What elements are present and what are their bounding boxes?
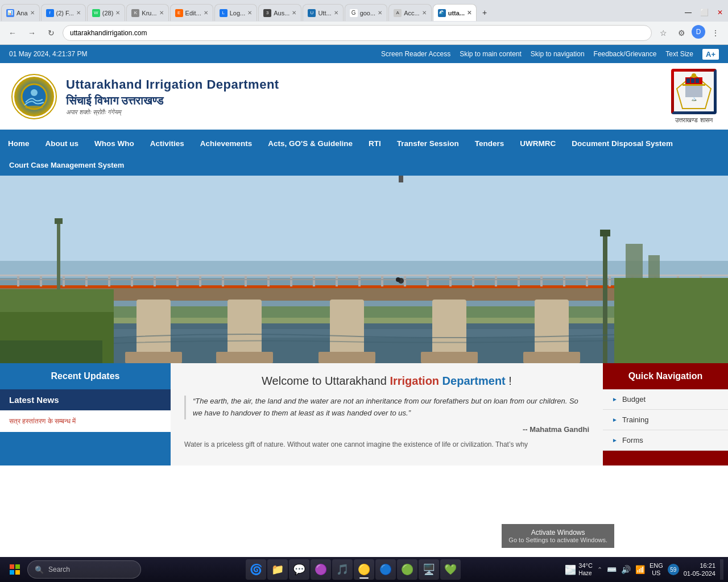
header-right: 🏔️ उत्तराखण्ड शासन	[671, 69, 717, 124]
tab-utt[interactable]: U Utt... ✕	[303, 4, 343, 21]
address-bar[interactable]	[63, 25, 652, 41]
svg-rect-29	[318, 352, 375, 363]
skip-main-link[interactable]: Skip to main content	[460, 50, 522, 58]
svg-rect-39	[176, 275, 179, 286]
nav-home[interactable]: Home	[0, 131, 38, 155]
nav-achievements[interactable]: Achievements	[192, 131, 260, 155]
hero-image	[0, 176, 728, 363]
profile-icon[interactable]: D	[692, 25, 705, 39]
tab-close-krut[interactable]: ✕	[159, 10, 164, 16]
nav-rti[interactable]: RTI	[361, 131, 389, 155]
svg-rect-31	[523, 352, 580, 363]
tab-favicon-google: G	[350, 9, 358, 17]
tab-bar: 📊 Ana ✕ f (2) F... ✕ W (28) ✕ K Kru... ✕…	[0, 0, 728, 22]
nav-activities[interactable]: Activities	[142, 131, 192, 155]
quick-nav-budget[interactable]: ► Budget	[603, 389, 728, 410]
svg-rect-34	[63, 275, 65, 286]
svg-rect-48	[381, 275, 383, 286]
tab-whatsapp[interactable]: W (28) ✕	[87, 4, 126, 21]
svg-rect-44	[290, 275, 292, 286]
svg-point-1	[31, 89, 38, 96]
tab-close-aus[interactable]: ✕	[292, 10, 296, 16]
tab-close-current[interactable]: ✕	[467, 10, 471, 16]
tab-close-edit[interactable]: ✕	[204, 10, 208, 16]
nav-bar: ← → ↻ ☆ ⚙ D ⋮	[0, 22, 728, 44]
maximize-button[interactable]: ⬜	[696, 5, 712, 20]
tab-current[interactable]: 🌊 utta... ✕	[433, 4, 477, 21]
nav-tenders[interactable]: Tenders	[467, 131, 512, 155]
tab-favicon-log: L	[220, 9, 228, 17]
tab-facebook[interactable]: f (2) F... ✕	[41, 4, 86, 21]
tab-close-facebook[interactable]: ✕	[76, 10, 81, 16]
tab-favicon-whatsapp: W	[92, 9, 100, 17]
svg-rect-69	[600, 230, 610, 236]
tab-krut[interactable]: K Kru... ✕	[126, 4, 168, 21]
utility-links: Screen Reader Access Skip to main conten…	[381, 49, 719, 60]
menu-icon[interactable]: ⋮	[708, 25, 723, 41]
tab-edit[interactable]: E Edit... ✕	[170, 4, 213, 21]
svg-point-0	[22, 84, 47, 109]
forward-button[interactable]: →	[24, 25, 40, 41]
nav-uwrmrc[interactable]: UWRMRC	[512, 131, 564, 155]
nav-icons: ☆ ⚙ D ⋮	[655, 25, 723, 41]
tab-favicon-utt: U	[308, 9, 316, 17]
bookmark-icon[interactable]: ☆	[655, 25, 671, 41]
minimize-button[interactable]: —	[680, 5, 696, 20]
quick-nav-forms[interactable]: ► Forms	[603, 430, 728, 451]
svg-rect-67	[614, 278, 728, 363]
svg-point-9	[692, 73, 696, 78]
tab-log[interactable]: L Log... ✕	[214, 4, 258, 21]
screen-reader-link[interactable]: Screen Reader Access	[381, 50, 450, 58]
svg-point-2	[25, 106, 43, 109]
reload-button[interactable]: ↻	[43, 25, 59, 41]
svg-rect-55	[540, 275, 543, 286]
tab-label-krut: Kru...	[142, 10, 156, 16]
quick-nav-training[interactable]: ► Training	[603, 410, 728, 430]
nav-transfer[interactable]: Transfer Session	[389, 131, 467, 155]
svg-rect-54	[518, 275, 520, 286]
svg-rect-38	[154, 275, 156, 286]
svg-rect-70	[57, 221, 60, 289]
nav-about[interactable]: About us	[38, 131, 87, 155]
gov-label: उत्तराखण्ड शासन	[675, 117, 712, 124]
tab-close-google[interactable]: ✕	[378, 10, 382, 16]
tab-analytics[interactable]: 📊 Ana ✕	[1, 4, 40, 21]
nav-whos-who[interactable]: Whos Who	[86, 131, 142, 155]
svg-rect-76	[626, 244, 643, 278]
nav-acts[interactable]: Acts, GO'S & Guideline	[260, 131, 361, 155]
tagline: अपार शक्तेः स्रोतैः गंगेयम्	[66, 109, 279, 116]
tab-close-analytics[interactable]: ✕	[30, 10, 35, 16]
court-case-link[interactable]: Court Case Management System	[9, 161, 124, 169]
tab-favicon-current: 🌊	[438, 9, 446, 17]
tab-close-log[interactable]: ✕	[247, 10, 252, 16]
main-content: Welcome to Uttarakhand Irrigation Depart…	[171, 363, 603, 465]
tab-close-utt[interactable]: ✕	[334, 10, 338, 16]
svg-rect-45	[313, 275, 315, 286]
tab-aus[interactable]: 3 Aus... ✕	[258, 4, 301, 21]
hindi-news-text: सत्र हस्तांतरण के सम्बन्ध में	[9, 416, 162, 426]
tab-acc[interactable]: A Acc... ✕	[388, 4, 432, 21]
secondary-nav: Court Case Management System	[0, 155, 728, 176]
tab-close-whatsapp[interactable]: ✕	[115, 10, 120, 16]
svg-rect-53	[495, 275, 497, 286]
svg-rect-30	[421, 352, 478, 363]
svg-rect-36	[108, 275, 110, 286]
svg-rect-57	[586, 275, 588, 286]
close-button[interactable]: ✕	[712, 5, 728, 20]
gov-logo-svg: 🏔️	[674, 72, 714, 111]
skip-nav-link[interactable]: Skip to navigation	[531, 50, 585, 58]
tab-label-utt: Utt...	[318, 10, 331, 16]
text-size-button[interactable]: A+	[702, 49, 719, 60]
welcome-title-irrigation: Irrigation	[390, 375, 439, 387]
nav-document[interactable]: Document Disposal System	[564, 131, 681, 155]
svg-text:🏔️: 🏔️	[691, 95, 697, 101]
tab-close-acc[interactable]: ✕	[422, 10, 427, 16]
hero-bridge-svg	[0, 176, 728, 363]
tab-google[interactable]: G goo... ✕	[345, 4, 388, 21]
back-button[interactable]: ←	[5, 25, 20, 41]
feedback-link[interactable]: Feedback/Grievance	[594, 50, 657, 58]
svg-rect-51	[449, 275, 452, 286]
tab-label-whatsapp: (28)	[102, 10, 114, 16]
new-tab-button[interactable]: +	[478, 4, 491, 21]
extension-icon[interactable]: ⚙	[673, 25, 689, 41]
